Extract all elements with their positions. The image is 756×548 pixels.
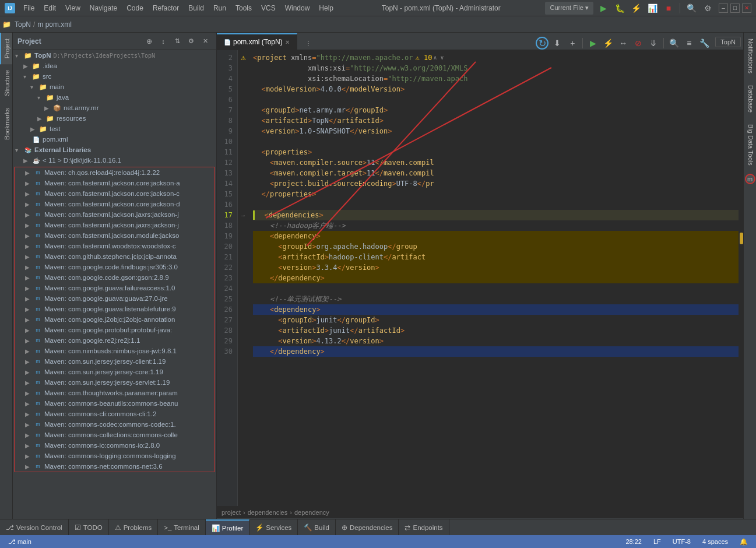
lib-15[interactable]: ▶ m Maven: com.google.protobuf:protobuf-… [15, 325, 215, 335]
menu-navigate[interactable]: Navigate [86, 3, 121, 13]
menu-run[interactable]: Run [210, 3, 230, 13]
tree-test[interactable]: ▶ 📁 test [13, 124, 216, 134]
lib-6[interactable]: ▶ m Maven: com.fasterxml.jackson.module:… [15, 230, 215, 241]
lib-4[interactable]: ▶ m Maven: com.fasterxml.jackson.jaxrs:j… [15, 209, 215, 220]
close-panel[interactable]: ✕ [199, 35, 212, 48]
profiler-tab[interactable]: 📊 Profiler [206, 519, 249, 536]
tree-resources[interactable]: ▶ 📁 resources [13, 113, 216, 124]
menu-window[interactable]: Window [282, 3, 314, 13]
stop-button[interactable]: ■ [662, 2, 675, 15]
menu-code[interactable]: Code [123, 3, 147, 13]
menu-build[interactable]: Build [185, 3, 208, 13]
run-config-dropdown[interactable]: Current File ▾ [545, 2, 593, 15]
maximize-button[interactable]: □ [730, 3, 740, 13]
dependencies-tab[interactable]: ⊕ Dependencies [336, 519, 399, 536]
download-icon[interactable]: ⬇ [551, 37, 564, 50]
menu-refactor[interactable]: Refactor [149, 3, 182, 13]
lib-9[interactable]: ▶ m Maven: com.google.code.findbugs:jsr3… [15, 262, 215, 272]
line-ending[interactable]: LF [650, 538, 664, 545]
menu-help[interactable]: Help [315, 3, 337, 13]
todo-tab[interactable]: ☑ TODO [69, 519, 109, 536]
bookmarks-vtab[interactable]: Bookmarks [0, 102, 12, 146]
lib-5[interactable]: ▶ m Maven: com.fasterxml.jackson.jaxrs:j… [15, 220, 215, 230]
tree-idea[interactable]: ▶ 📁 .idea [13, 61, 216, 71]
tree-pom[interactable]: 📄 pom.xml [13, 134, 216, 145]
collapse-all[interactable]: ⇅ [171, 35, 184, 48]
bigdata-vtab[interactable]: Big Data Tools [744, 118, 756, 171]
lib-24[interactable]: ▶ m Maven: commons-codec:commons-codec:1… [15, 419, 215, 430]
maven-skip[interactable]: ⤋ [647, 37, 660, 50]
structure-vtab[interactable]: Structure [0, 64, 12, 102]
lib-3[interactable]: ▶ m Maven: com.fasterxml.jackson.core:ja… [15, 199, 215, 209]
profile-button[interactable]: 📊 [646, 2, 659, 15]
lib-12[interactable]: ▶ m Maven: com.google.guava:guava:27.0-j… [15, 293, 215, 304]
lib-19[interactable]: ▶ m Maven: com.sun.jersey:jersey-core:1.… [15, 367, 215, 377]
database-vtab[interactable]: Database [744, 79, 756, 118]
lib-14[interactable]: ▶ m Maven: com.google.j2objc:j2objc-anno… [15, 314, 215, 325]
add-button[interactable]: ⊕ [143, 35, 156, 48]
lib-7[interactable]: ▶ m Maven: com.fasterxml.woodstox:woodst… [15, 241, 215, 251]
menu-view[interactable]: View [62, 3, 84, 13]
menu-file[interactable]: File [20, 3, 38, 13]
tree-external-libs[interactable]: ▾ 📚 External Libraries [13, 145, 216, 155]
lib-21[interactable]: ▶ m Maven: com.thoughtworks.paranamer:pa… [15, 388, 215, 398]
debug-button[interactable]: 🐛 [613, 2, 626, 15]
lib-20[interactable]: ▶ m Maven: com.sun.jersey:jersey-servlet… [15, 377, 215, 388]
lib-25[interactable]: ▶ m Maven: commons-collections:commons-c… [15, 430, 215, 440]
maven-vtab[interactable]: m [745, 174, 755, 184]
lib-27[interactable]: ▶ m Maven: commons-logging:commons-loggi… [15, 451, 215, 461]
lib-16[interactable]: ▶ m Maven: com.google.re2j:re2j:1.1 [15, 335, 215, 346]
bc-dependencies[interactable]: dependencies [248, 509, 288, 516]
lib-13[interactable]: ▶ m Maven: com.google.guava:listenablefu… [15, 304, 215, 314]
terminal-tab[interactable]: >_ Terminal [158, 519, 206, 536]
show-all-files[interactable]: ≡ [683, 37, 695, 50]
bc-project[interactable]: project [221, 509, 241, 516]
lib-23[interactable]: ▶ m Maven: commons-cli:commons-cli:1.2 [15, 409, 215, 419]
run-maven[interactable]: ▶ [586, 37, 599, 50]
maven-projects[interactable]: ⚡ [602, 37, 614, 50]
add-dep-button[interactable]: + [566, 37, 579, 50]
menu-vcs[interactable]: VCS [258, 3, 279, 13]
lib-17[interactable]: ▶ m Maven: com.nimbusds:nimbus-jose-jwt:… [15, 346, 215, 356]
run-button[interactable]: ▶ [597, 2, 610, 15]
maven-cancel[interactable]: ⊘ [632, 37, 645, 50]
lib-26[interactable]: ▶ m Maven: commons-io:commons-io:2.8.0 [15, 440, 215, 451]
expand-all[interactable]: ↕ [157, 35, 170, 48]
lib-11[interactable]: ▶ m Maven: com.google.guava:failureacces… [15, 283, 215, 293]
line-col[interactable]: 28:22 [622, 538, 645, 545]
settings-button[interactable]: ⚙ [701, 2, 714, 15]
more-tabs-button[interactable]: ⋮ [302, 37, 315, 50]
code-editor[interactable]: 2 3 4 5 6 7 8 9 10 11 12 13 14 15 16 17 [217, 50, 743, 506]
lib-0[interactable]: ▶ m Maven: ch.qos.reload4j:reload4j:1.2.… [15, 167, 215, 178]
lib-8[interactable]: ▶ m Maven: com.github.stephenc.jcip:jcip… [15, 251, 215, 262]
code-text[interactable]: <project xmlns="http://maven.apache.or ⚠… [248, 50, 743, 506]
encoding[interactable]: UTF-8 [669, 538, 694, 545]
lib-18[interactable]: ▶ m Maven: com.sun.jersey:jersey-client:… [15, 356, 215, 367]
lib-1[interactable]: ▶ m Maven: com.fasterxml.jackson.core:ja… [15, 178, 215, 188]
refresh-maven-button[interactable]: ↻ [536, 37, 548, 50]
services-tab[interactable]: ⚡ Services [249, 519, 298, 536]
version-control-tab[interactable]: ⎇ Version Control [0, 519, 69, 536]
project-tree[interactable]: ▾ 📁 TopN D:\Projects\IdeaProjects\TopN ▶… [13, 50, 216, 519]
lib-28[interactable]: ▶ m Maven: commons-net:commons-net:3.6 [15, 461, 215, 472]
notifications-icon[interactable]: 🔔 [736, 538, 751, 546]
topn-badge[interactable]: TopN [715, 37, 741, 47]
pomxml-tab[interactable]: m pom.xml [37, 20, 72, 29]
minimize-button[interactable]: – [719, 3, 728, 13]
menu-edit[interactable]: Edit [40, 3, 59, 13]
run-with-coverage[interactable]: ⚡ [630, 2, 642, 15]
lib-2[interactable]: ▶ m Maven: com.fasterxml.jackson.core:ja… [15, 188, 215, 199]
maven-lifecycle[interactable]: ↔ [617, 37, 630, 50]
notifications-vtab[interactable]: Notifications [744, 33, 756, 79]
lib-10[interactable]: ▶ m Maven: com.google.code.gson:gson:2.8… [15, 272, 215, 283]
git-status[interactable]: ⎇ main [5, 538, 35, 546]
search-everywhere[interactable]: 🔍 [685, 2, 698, 15]
tree-net-army[interactable]: ▶ 📦 net.army.mr [13, 103, 216, 113]
build-tab[interactable]: 🔨 Build [298, 519, 336, 536]
find-usages[interactable]: 🔍 [667, 37, 680, 50]
tree-jdk[interactable]: ▶ ☕ < 11 > D:\jdk\jdk-11.0.16.1 [13, 155, 216, 166]
menu-tools[interactable]: Tools [232, 3, 255, 13]
close-button[interactable]: ✕ [742, 3, 751, 13]
wrench-icon[interactable]: 🔧 [698, 37, 711, 50]
root-topn[interactable]: ▾ 📁 TopN D:\Projects\IdeaProjects\TopN [13, 50, 216, 61]
